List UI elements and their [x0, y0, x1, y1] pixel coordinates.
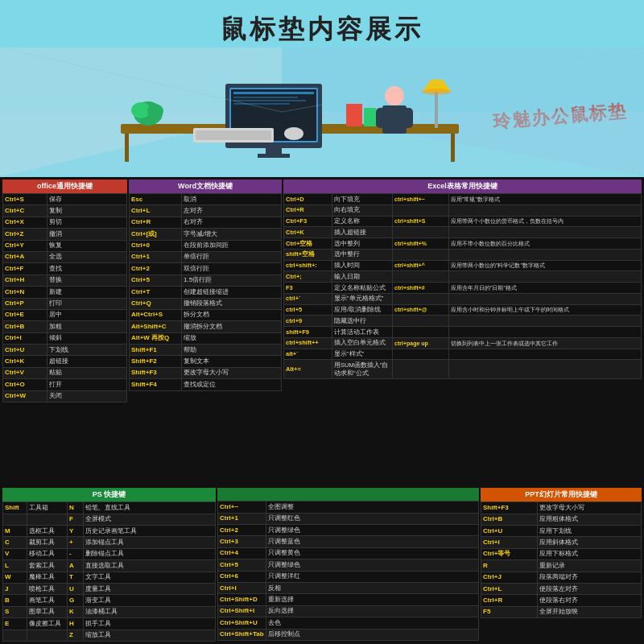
key-cell: Alt+Shift+C	[130, 321, 182, 332]
desc-cell: 居中	[47, 309, 127, 320]
svg-rect-28	[403, 108, 413, 128]
desc-cell: 左对齐	[182, 205, 282, 217]
desc-cell: 全选	[47, 251, 127, 262]
word-section: Word文档快捷键 Esc取消Ctrl+L左对齐Ctrl+R右对齐Ctrl+[或…	[129, 180, 282, 486]
shortcuts-area: office通用快捷键 Ctrl+S保存Ctrl+C复制Ctrl+X剪切Ctrl…	[0, 177, 644, 644]
excel-title: Excel表格常用快捷键	[283, 180, 642, 193]
table-row: Shift+F3更改字母大小写	[130, 367, 282, 378]
table-row: S图章工具K油漆桶工具	[3, 606, 216, 617]
table-row: ctrl+shift++插入空白单元格式ctrl+page up切换到列表中上一…	[284, 337, 642, 349]
table-row: Ctrl+Shift+D重新选择	[218, 594, 479, 605]
table-row: V移动工具-删除锚点工具	[3, 548, 216, 559]
key-cell: Ctrl+5	[130, 275, 182, 286]
ps-section: PS 快捷键 Shift工具箱N铅笔、直线工具F全屏模式M选框工具Y历史记录画笔…	[2, 488, 216, 642]
table-row: Ctrl+B加粗	[3, 321, 127, 332]
ps-title: PS 快捷键	[2, 488, 216, 502]
table-row: Ctrl+O打开	[3, 379, 127, 390]
svg-rect-5	[451, 134, 455, 162]
excel2-section: Ctrl+~全图调整Ctrl+1只调整红色Ctrl+2只调整绿色Ctrl+3只调…	[217, 488, 479, 642]
key-cell: Ctrl+P	[3, 298, 47, 309]
excel-table: Ctrl+D向下填充ctrl+shift+~应用"常规"数字格式Ctrl+R向右…	[283, 193, 642, 379]
desc-cell: 查找	[47, 263, 127, 275]
table-row: Ctrl+J段落两端对齐	[481, 572, 642, 583]
table-row: Ctrl+V粘贴	[3, 367, 127, 378]
svg-rect-13	[266, 148, 282, 155]
table-row: Alt+Shift+C撤消拆分文档	[130, 321, 282, 332]
table-row: Ctrl+2只调整绿色	[218, 525, 479, 536]
ppt-title: PPT幻灯片常用快捷键	[481, 488, 642, 502]
key-cell: Ctrl+S	[3, 194, 47, 205]
table-row: Alt+=用SUM函数插入"自动求和"公式	[284, 360, 642, 379]
table-row: Ctrl+E居中	[3, 309, 127, 320]
table-row: Ctrl+R使段落右对齐	[481, 595, 642, 606]
word-table: Esc取消Ctrl+L左对齐Ctrl+R右对齐Ctrl+[或]字号减/增大Ctr…	[129, 193, 282, 391]
table-row: W魔棒工具T文字工具	[3, 572, 216, 583]
key-cell: Ctrl+O	[3, 379, 47, 390]
top-shortcuts-row: office通用快捷键 Ctrl+S保存Ctrl+C复制Ctrl+X剪切Ctrl…	[2, 180, 642, 486]
table-row: Ctrl+T创建超链接缩进	[130, 287, 282, 298]
desc-cell: 恢复	[47, 240, 127, 251]
table-row: R重新记录	[481, 560, 642, 572]
table-row: Ctrl+I倾斜	[3, 332, 127, 344]
desc-cell: 超链接	[47, 356, 127, 367]
desc-cell: 1.5倍行距	[182, 275, 282, 286]
svg-rect-29	[435, 92, 438, 128]
svg-rect-16	[196, 130, 271, 140]
table-row: Ctrl+A全选	[3, 251, 127, 262]
table-row: Ctrl+H替换	[3, 275, 127, 286]
desc-cell: 取消	[182, 194, 282, 205]
table-row: Ctrl+Shift+U去色	[218, 617, 479, 629]
key-cell: Ctrl+2	[130, 263, 182, 275]
ppt-table: Shift+F3更改字母大小写Ctrl+B应用粗体格式Ctrl+U应用下划线Ct…	[481, 502, 642, 618]
key-cell: Ctrl+H	[3, 275, 47, 286]
table-row: L套索工具A直接选取工具	[3, 560, 216, 572]
desc-cell: 双倍行距	[182, 263, 282, 275]
table-row: Alt+Ctrl+S拆分文档	[130, 309, 282, 320]
svg-rect-18	[346, 104, 362, 126]
key-cell: Ctrl+E	[3, 309, 47, 320]
key-cell: Alt+W 再按Q	[130, 332, 182, 344]
table-row: Ctrl+K插入超链接	[284, 227, 642, 238]
table-row: Ctrl+6只调整洋红	[218, 571, 479, 582]
table-row: Ctrl+I应用斜体格式	[481, 537, 642, 548]
key-cell: Alt+Ctrl+S	[130, 309, 182, 320]
office-title: office通用快捷键	[2, 180, 127, 193]
table-row: J喷枪工具U度量工具	[3, 584, 216, 595]
desc-cell: 在段前添加间距	[182, 240, 282, 251]
key-cell: Ctrl+0	[130, 240, 182, 251]
table-row: Ctrl+X剪切	[3, 217, 127, 228]
svg-point-24	[147, 104, 163, 118]
table-row: Ctrl+C复制	[3, 205, 127, 217]
desc-cell: 复制文本	[182, 356, 282, 367]
key-cell: Ctrl+[或]	[130, 229, 182, 240]
table-row: Ctrl+R向右填充	[284, 204, 642, 216]
svg-rect-26	[382, 105, 407, 134]
table-row: Ctrl+3只调整蓝色	[218, 536, 479, 547]
table-row: Ctrl+等号应用下标格式	[481, 548, 642, 559]
desc-cell: 新建	[47, 287, 127, 298]
key-cell: Ctrl+K	[3, 356, 47, 367]
table-row: shift+空格选中整行	[284, 249, 642, 260]
desc-cell: 右对齐	[182, 217, 282, 228]
table-row: Ctrl+Z撤消	[3, 229, 127, 240]
table-row: Shift+F3更改字母大小写	[481, 502, 642, 514]
key-cell: Ctrl+N	[3, 287, 47, 298]
ppt-section: PPT幻灯片常用快捷键 Shift+F3更改字母大小写Ctrl+B应用粗体格式C…	[481, 488, 642, 642]
desc-cell: 加粗	[47, 321, 127, 332]
table-row: M选框工具Y历史记录画笔工具	[3, 526, 216, 537]
desc-cell: 剪切	[47, 217, 127, 228]
illustration	[0, 47, 644, 176]
table-row: Ctrl+Shift+Tab后移控制点	[218, 629, 479, 640]
table-row: Ctrl+R右对齐	[130, 217, 282, 228]
desc-cell: 倾斜	[47, 332, 127, 344]
page-container: 鼠标垫内容展示 玲魅办公鼠标垫	[0, 0, 644, 644]
key-cell: Shift+F1	[130, 345, 182, 356]
table-row: F5全屏开始放映	[481, 606, 642, 617]
key-cell: Ctrl+U	[3, 345, 47, 356]
table-row: Ctrl+[或]字号减/增大	[130, 229, 282, 240]
svg-point-25	[385, 86, 404, 105]
table-row: E像皮擦工具H抓手工具	[3, 618, 216, 630]
table-row: ctrl+5应用/取消删除线ctrl+shift+@应用含小时和分钟并标明上午或…	[284, 304, 642, 316]
desc-cell: 字号减/增大	[182, 229, 282, 240]
table-row: Ctrl+0在段前添加间距	[130, 240, 282, 251]
